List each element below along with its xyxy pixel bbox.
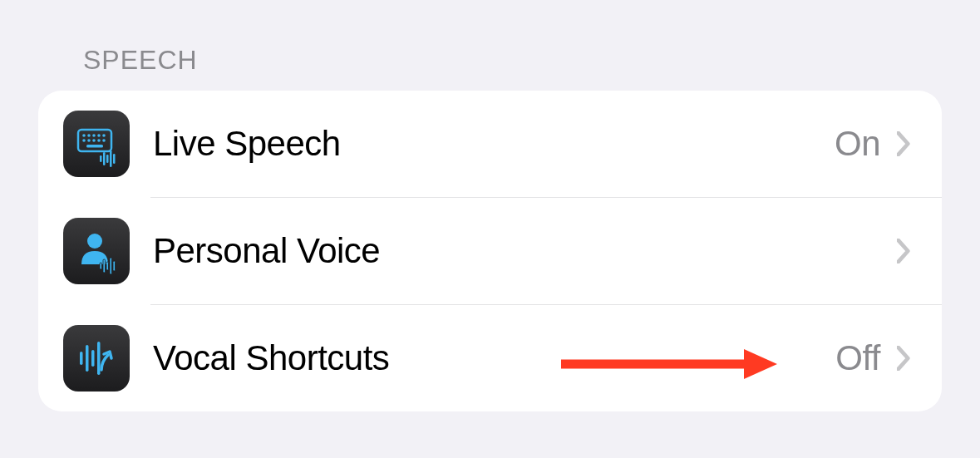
- chevron-right-icon: [890, 238, 917, 264]
- svg-rect-22: [113, 261, 116, 271]
- svg-rect-16: [113, 154, 116, 164]
- waveform-arrow-icon: [63, 325, 130, 392]
- row-label: Vocal Shortcuts: [130, 338, 835, 378]
- svg-point-9: [97, 139, 101, 142]
- svg-point-17: [87, 234, 102, 249]
- svg-point-3: [92, 134, 96, 137]
- svg-point-6: [82, 139, 86, 142]
- row-value: On: [835, 124, 890, 164]
- svg-rect-26: [97, 342, 101, 375]
- settings-row-vocal-shortcuts[interactable]: Vocal Shortcuts Off: [38, 305, 942, 411]
- svg-rect-13: [103, 152, 106, 165]
- chevron-right-icon: [890, 131, 917, 157]
- svg-rect-18: [100, 263, 102, 269]
- row-label: Live Speech: [130, 124, 835, 164]
- section-header: SPEECH: [0, 0, 980, 91]
- svg-rect-25: [91, 350, 95, 367]
- svg-point-5: [102, 134, 106, 137]
- person-wave-icon: [63, 218, 130, 284]
- svg-rect-20: [106, 262, 109, 270]
- svg-point-1: [82, 134, 86, 137]
- chevron-right-icon: [890, 345, 917, 372]
- svg-point-7: [87, 139, 91, 142]
- svg-rect-11: [86, 145, 103, 148]
- svg-rect-14: [106, 155, 109, 163]
- keyboard-wave-icon: [63, 111, 130, 177]
- row-label: Personal Voice: [130, 231, 880, 271]
- svg-rect-21: [110, 258, 112, 274]
- settings-row-live-speech[interactable]: Live Speech On: [38, 91, 942, 197]
- svg-rect-23: [80, 352, 83, 365]
- settings-row-personal-voice[interactable]: Personal Voice: [38, 198, 942, 304]
- svg-rect-19: [103, 259, 106, 273]
- svg-point-4: [97, 134, 101, 137]
- svg-point-10: [102, 139, 106, 142]
- svg-rect-12: [100, 155, 102, 162]
- svg-point-8: [92, 139, 96, 142]
- settings-group: Live Speech On: [38, 91, 942, 411]
- svg-point-2: [87, 134, 91, 137]
- svg-rect-24: [86, 345, 89, 372]
- svg-rect-15: [110, 150, 112, 167]
- row-value: Off: [835, 338, 890, 378]
